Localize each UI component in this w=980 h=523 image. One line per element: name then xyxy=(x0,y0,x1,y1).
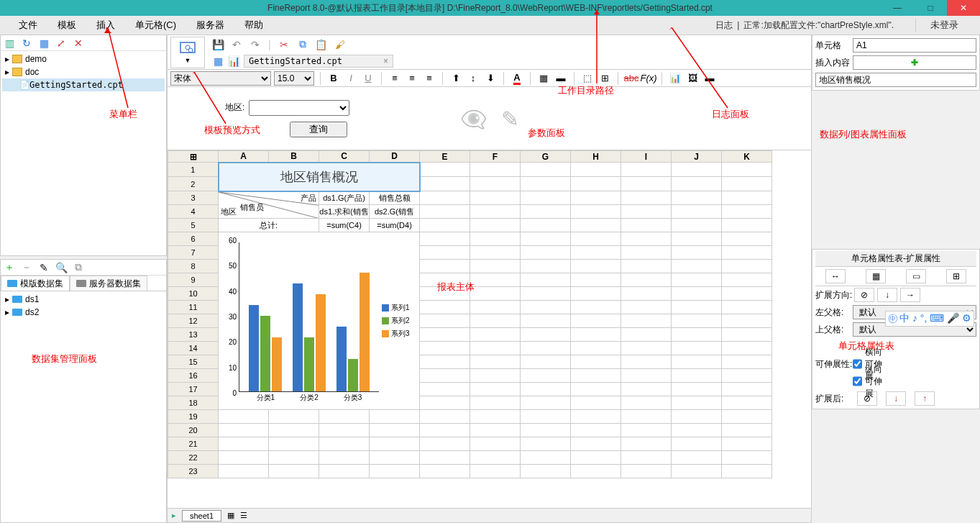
titlebar: FineReport 8.0-@默认报表工作目录[本地目录] D:\FineRe… xyxy=(0,0,980,16)
file-tab[interactable]: GettingStarted.cpt× xyxy=(244,55,393,68)
ds-item[interactable]: ▸ds2 xyxy=(2,306,165,319)
other-tab-icon[interactable]: ⊞ xyxy=(946,269,966,283)
undo-icon[interactable]: ↶ xyxy=(231,39,242,50)
tab-template-ds[interactable]: 模版数据集 xyxy=(1,276,70,291)
border-icon[interactable]: ▦ xyxy=(536,71,551,86)
strike-icon[interactable]: abc xyxy=(624,71,638,86)
valign-bot-icon[interactable]: ⬇ xyxy=(483,71,498,86)
close-button[interactable]: ✕ xyxy=(947,0,980,16)
save-icon[interactable]: 💾 xyxy=(212,39,224,50)
grid-toggle-icon[interactable]: ▦ xyxy=(212,55,224,67)
close-tab-icon[interactable]: × xyxy=(383,56,388,66)
image-icon[interactable]: 🖼 xyxy=(685,71,700,86)
menu-help[interactable]: 帮助 xyxy=(234,19,273,32)
maximize-button[interactable]: □ xyxy=(914,0,947,16)
ime-icon: ㊥ xyxy=(888,312,898,325)
valign-top-icon[interactable]: ⬆ xyxy=(449,71,463,86)
minimize-button[interactable]: — xyxy=(881,0,914,16)
form-tab-icon[interactable]: ▭ xyxy=(906,269,926,283)
report-icon[interactable]: 📊 xyxy=(228,55,239,67)
refresh-icon[interactable]: ↻ xyxy=(21,37,32,49)
chart-icon[interactable]: 📊 xyxy=(668,71,682,86)
align-center-icon[interactable]: ≡ xyxy=(405,71,419,86)
align-left-icon[interactable]: ≡ xyxy=(388,71,402,86)
log-label[interactable]: 日志 xyxy=(715,19,733,32)
login-status[interactable]: 未登录 xyxy=(915,19,980,32)
copy-ds-icon[interactable]: ⧉ xyxy=(73,262,84,273)
insert-content-button[interactable]: ✚ xyxy=(853,55,976,70)
dataset-panel: ＋ － ✎ 🔍 ⧉ 模版数据集 服务器数据集 ▸ds1 ▸ds2 xyxy=(0,259,167,523)
menu-server[interactable]: 服务器 xyxy=(186,19,234,32)
italic-button[interactable]: I xyxy=(344,71,358,86)
tree-folder[interactable]: ▸doc xyxy=(2,65,165,78)
delete-icon[interactable]: ✕ xyxy=(73,37,84,49)
valign-mid-icon[interactable]: ↕ xyxy=(466,71,480,86)
anno-body: 报表主体 xyxy=(437,281,475,294)
content-input[interactable] xyxy=(815,73,976,87)
cell-ref-input[interactable] xyxy=(853,38,976,53)
anno-preview: 模板预览方式 xyxy=(204,124,260,137)
after-none[interactable]: ⊘ xyxy=(857,391,877,406)
preview-button[interactable]: ▼ xyxy=(170,37,205,68)
sheet-tab[interactable]: sheet1 xyxy=(182,510,221,522)
sheet-tabs: ▸ sheet1 ▦ ☰ xyxy=(168,508,811,522)
tree-folder[interactable]: ▸demo xyxy=(2,53,165,65)
menu-insert[interactable]: 插入 xyxy=(86,19,125,32)
ds-item[interactable]: ▸ds1 xyxy=(2,293,165,306)
fontcolor-icon[interactable]: A xyxy=(510,71,524,86)
add-ds-icon[interactable]: ＋ xyxy=(4,262,15,273)
menu-template[interactable]: 模板 xyxy=(47,19,86,32)
grid-icon[interactable]: ▦ xyxy=(38,37,50,49)
top-parent-label: 上父格: xyxy=(815,324,853,336)
after-desc[interactable]: ↑ xyxy=(915,391,935,406)
after-asc[interactable]: ↓ xyxy=(886,391,906,406)
new-icon[interactable]: ▥ xyxy=(4,37,15,49)
font-select[interactable]: 宋体 xyxy=(170,71,271,86)
preview-ds-icon[interactable]: 🔍 xyxy=(55,262,67,273)
props-title: 单元格属性表-扩展属性 xyxy=(815,251,976,267)
widget-icon[interactable]: ▬ xyxy=(702,71,717,86)
sheet-menu-icon[interactable]: ☰ xyxy=(240,511,247,520)
add-sheet-icon[interactable]: ▦ xyxy=(227,511,234,520)
unmerge-icon[interactable]: ⊞ xyxy=(597,71,612,86)
edit-ds-icon[interactable]: ✎ xyxy=(38,262,50,273)
cell-info-panel: 单元格 插入内容✚ xyxy=(812,35,980,91)
underline-button[interactable]: U xyxy=(361,71,375,86)
pencil-icon: ✎ xyxy=(501,106,519,131)
dir-right[interactable]: → xyxy=(900,288,920,302)
dir-none[interactable]: ⊘ xyxy=(854,288,874,302)
anno-cellprops: 单元格属性表 xyxy=(838,340,894,353)
file-tree: ▸demo ▸doc 📄GettingStarted.cpt xyxy=(1,51,166,93)
bold-button[interactable]: B xyxy=(326,71,341,86)
menu-file[interactable]: 文件 xyxy=(9,19,47,32)
expand-icon[interactable]: ⤢ xyxy=(55,37,67,49)
cut-icon[interactable]: ✂ xyxy=(278,39,290,50)
merge-icon[interactable]: ⬚ xyxy=(580,71,595,86)
anno-param: 参数面板 xyxy=(528,127,565,140)
tree-file-selected[interactable]: 📄GettingStarted.cpt xyxy=(2,78,165,91)
redo-icon[interactable]: ↷ xyxy=(249,39,261,50)
brush-icon[interactable]: 🖌 xyxy=(334,39,346,50)
fx-icon[interactable]: F(x) xyxy=(641,71,656,86)
window-title: FineReport 8.0-@默认报表工作目录[本地目录] D:\FineRe… xyxy=(0,2,980,14)
ime-toolbar[interactable]: ㊥中 ♪ °, ⌨ 🎤 ⚙ xyxy=(885,311,974,327)
sheet-area[interactable]: ⊞ABCDEFGHIJK1地区销售概况23产品销售员地区ds1.G(产品)销售总… xyxy=(168,150,811,508)
dir-down[interactable]: ↓ xyxy=(877,288,897,302)
fill-icon[interactable]: ▬ xyxy=(554,71,568,86)
query-button[interactable]: 查询 xyxy=(290,122,347,137)
expand-tab-icon[interactable]: ↔ xyxy=(825,269,846,283)
param-region-select[interactable] xyxy=(249,100,349,116)
param-label: 地区: xyxy=(225,101,244,114)
align-right-icon[interactable]: ≡ xyxy=(422,71,436,86)
remove-ds-icon[interactable]: － xyxy=(21,262,32,273)
left-parent-label: 左父格: xyxy=(815,306,853,319)
paste-icon[interactable]: 📋 xyxy=(316,39,327,50)
log-message: 正常:加载配置文件:"chartPreStyle.xml". xyxy=(743,19,894,32)
fontsize-select[interactable]: 15.0 xyxy=(274,71,314,86)
anno-dataset: 数据集管理面板 xyxy=(32,353,97,365)
style-tab-icon[interactable]: ▦ xyxy=(866,269,886,283)
tab-server-ds[interactable]: 服务器数据集 xyxy=(70,276,147,291)
menu-cell[interactable]: 单元格(C) xyxy=(125,19,186,32)
watermark: 👁‍🗨 ✎ xyxy=(460,106,519,131)
copy-icon[interactable]: ⧉ xyxy=(297,39,308,50)
